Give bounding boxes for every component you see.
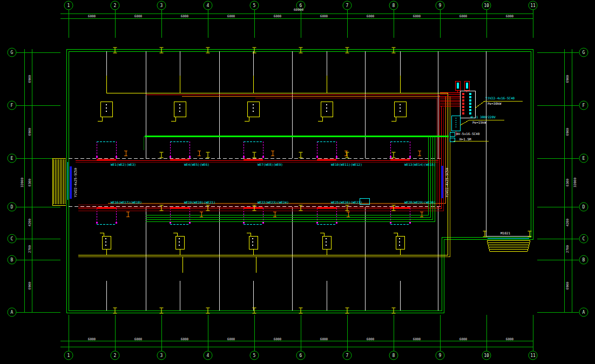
- grid-bubble-right: C: [579, 234, 589, 244]
- dimension-text: 6000: [88, 337, 96, 341]
- grid-bubble-bottom: 9: [436, 351, 445, 360]
- grid-bubble-top: 3: [157, 1, 166, 10]
- dimension-text: 6000: [367, 337, 374, 341]
- equipment-note: M1021: [501, 231, 510, 235]
- box-glyphs: [105, 104, 401, 246]
- dimension-text: 6000: [227, 14, 235, 18]
- dimension-text: 6000: [227, 337, 235, 341]
- grid-bubble-left: F: [8, 101, 17, 110]
- grid-bubble-top: 9: [436, 1, 445, 10]
- equipment-note: H=1.5M: [459, 137, 471, 141]
- corridor-cables-top: [76, 160, 438, 162]
- fixture-tick-icon: [160, 152, 164, 158]
- equipment-label: YJV22-4x16-SC40: [485, 96, 515, 100]
- dimension-text: 6000: [506, 14, 513, 18]
- fixture-tick-icon: [160, 205, 164, 211]
- grid-bubble-top: 5: [250, 1, 259, 10]
- fixture-tick-icon: [392, 152, 396, 158]
- wire-circuit-label: WE1(WE2)(WE3): [111, 163, 136, 166]
- junction-tick-icon: [273, 212, 276, 217]
- wire-circuit-label: WE16(WE17)(WE18): [111, 200, 142, 204]
- grid-bubble-top: 4: [204, 1, 213, 10]
- fixture-tick-icon: [206, 48, 210, 53]
- wire-circuit-label: WE22(WE23)(WE24): [258, 200, 289, 204]
- dimension-text: 6000: [274, 14, 281, 18]
- junction-tick-icon: [198, 151, 201, 156]
- fixture-tick-icon: [206, 308, 210, 314]
- grid-bubble-bottom: 3: [157, 351, 166, 360]
- grid-bubble-bottom: 10: [482, 351, 491, 360]
- grid-bubble-left: G: [8, 48, 17, 57]
- fixture-tick-icon: [528, 231, 532, 237]
- fixture-tick-icon: [253, 152, 256, 158]
- fixture-tick-icon: [346, 48, 349, 53]
- grid-bubble-bottom: 1: [64, 351, 73, 360]
- junction-tick-icon: [124, 151, 127, 156]
- plan-linework: [0, 0, 595, 364]
- dimension-text: 6000: [413, 14, 421, 18]
- fixture-tick-icon: [299, 308, 303, 314]
- grid-bubble-bottom: 8: [389, 351, 398, 360]
- dimension-text: 6000: [181, 14, 188, 18]
- fixture-tick-icon: [392, 48, 396, 53]
- junction-tick-icon: [271, 151, 274, 156]
- fixture-tick-icon: [299, 48, 303, 53]
- grid-bubble-bottom: 4: [204, 351, 213, 360]
- overall-dimension-text-vertical: 33900: [573, 178, 577, 187]
- junction-tick-icon: [344, 151, 348, 156]
- fixture-tick-icon: [299, 152, 303, 158]
- equipment-note: BV-5x16-SC40: [456, 132, 479, 136]
- wire-circuit-label: WE25(WE26)(WE27): [331, 200, 362, 204]
- fixture-tick-icon: [392, 308, 396, 314]
- dimension-text: 6000: [459, 14, 467, 18]
- fixture-tick-icon: [253, 48, 256, 53]
- equipment-label: AL-1 380/220V: [470, 115, 496, 119]
- grid-bubble-bottom: 2: [111, 351, 120, 360]
- grid-bubble-left: A: [8, 308, 17, 317]
- dimension-text: 6000: [134, 14, 142, 18]
- wire-circuit-label: WE13(WE14)(WE15): [404, 163, 436, 166]
- dimension-text-vertical: 6300: [565, 179, 569, 186]
- dimension-text: 6000: [134, 337, 142, 341]
- grid-bubble-left: B: [8, 255, 17, 265]
- riser-bar-left: [70, 166, 72, 199]
- dimension-text-vertical: 6900: [28, 75, 31, 83]
- fixture-tick-icon: [113, 308, 117, 314]
- dimension-text: 6000: [320, 14, 328, 18]
- dimension-text-vertical: 6900: [565, 282, 569, 289]
- cad-canvas[interactable]: 1234567891011 1234567891011 GFEDCBA GFED…: [0, 0, 595, 364]
- dimension-text-vertical: 6900: [28, 282, 31, 289]
- fixture-tick-icon: [253, 205, 256, 211]
- dimension-text: 6000: [367, 14, 374, 18]
- dimension-text-vertical: 6900: [565, 128, 569, 136]
- dimension-text: 6000: [88, 14, 96, 18]
- dimension-text: 6000: [413, 337, 421, 341]
- equipment-note: Pe=15kW: [472, 120, 486, 124]
- grid-bubble-bottom: 11: [529, 351, 538, 360]
- cable-spec-vertical: YJV22-4x25-SC50: [445, 168, 449, 197]
- dimension-text-vertical: 6300: [28, 179, 31, 186]
- dimension-text: 6000: [320, 337, 328, 341]
- distribution-panel: [440, 81, 523, 141]
- wire-circuit-label: WE19(WE20)(WE21): [184, 200, 215, 204]
- grid-bubble-right: G: [579, 48, 589, 57]
- room-boxes-top: [98, 102, 406, 121]
- entrance-steps-right: [487, 240, 530, 251]
- dimension-text: 6000: [274, 337, 281, 341]
- grid-bubble-right: F: [579, 101, 589, 110]
- fixture-tick-icon: [113, 48, 117, 53]
- building-outline: [66, 49, 533, 313]
- wire-circuit-label: WE10(WE11)(WE12): [331, 163, 362, 166]
- wire-circuit-label: WE28(WE29)(WE30): [404, 200, 436, 204]
- cable-spec-vertical: YJV22-4x25-SC50: [73, 168, 77, 197]
- dimension-text-vertical: 6900: [565, 75, 569, 83]
- grid-bubble-top: 10: [482, 1, 491, 10]
- grid-bubble-left: E: [8, 154, 17, 163]
- grid-bubble-top: 11: [529, 1, 538, 10]
- wire-circuit-label: WE4(WE5)(WE6): [184, 163, 209, 166]
- overall-dimension-text-vertical: 33900: [20, 178, 24, 187]
- grid-bubble-right: A: [579, 308, 589, 317]
- overall-dimension-text: 60000: [294, 8, 303, 11]
- fixture-tick-icon: [346, 205, 349, 211]
- dimension-text-vertical: 4200: [565, 219, 569, 226]
